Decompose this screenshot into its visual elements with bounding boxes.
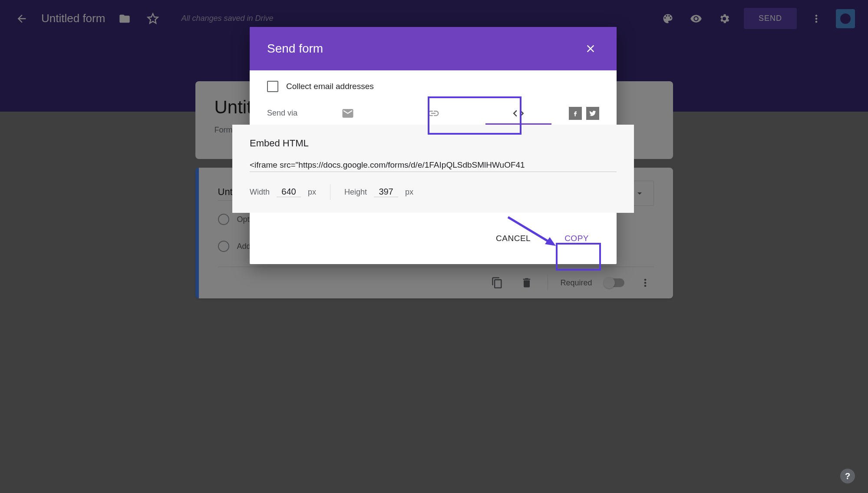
send-via-link-tab[interactable] xyxy=(400,102,466,125)
send-via-email-tab[interactable] xyxy=(315,102,381,125)
dialog-title: Send form xyxy=(267,42,323,56)
share-twitter-button[interactable] xyxy=(586,107,599,120)
px-label: px xyxy=(405,188,413,197)
twitter-icon xyxy=(589,109,597,117)
collect-email-checkbox[interactable] xyxy=(267,81,278,92)
facebook-icon xyxy=(571,109,579,117)
height-input[interactable] xyxy=(374,187,398,197)
divider xyxy=(330,184,330,200)
code-icon xyxy=(512,107,525,120)
dialog-close-button[interactable] xyxy=(582,40,599,57)
help-button[interactable]: ? xyxy=(840,469,855,483)
embed-code-input[interactable] xyxy=(250,159,617,172)
share-facebook-button[interactable] xyxy=(569,107,582,120)
embed-html-title: Embed HTML xyxy=(250,138,617,149)
link-icon xyxy=(427,107,440,120)
copy-button[interactable]: COPY xyxy=(554,228,599,249)
cancel-button[interactable]: CANCEL xyxy=(485,228,541,249)
send-via-label: Send via xyxy=(267,109,297,118)
collect-email-label: Collect email addresses xyxy=(286,82,374,91)
mail-icon xyxy=(341,107,354,120)
px-label: px xyxy=(308,188,316,197)
close-icon xyxy=(584,43,597,55)
width-input[interactable] xyxy=(277,187,301,197)
send-form-dialog: Send form Collect email addresses Send v… xyxy=(250,27,617,264)
send-via-embed-tab[interactable] xyxy=(485,102,551,125)
height-label: Height xyxy=(344,188,367,197)
width-label: Width xyxy=(250,188,270,197)
